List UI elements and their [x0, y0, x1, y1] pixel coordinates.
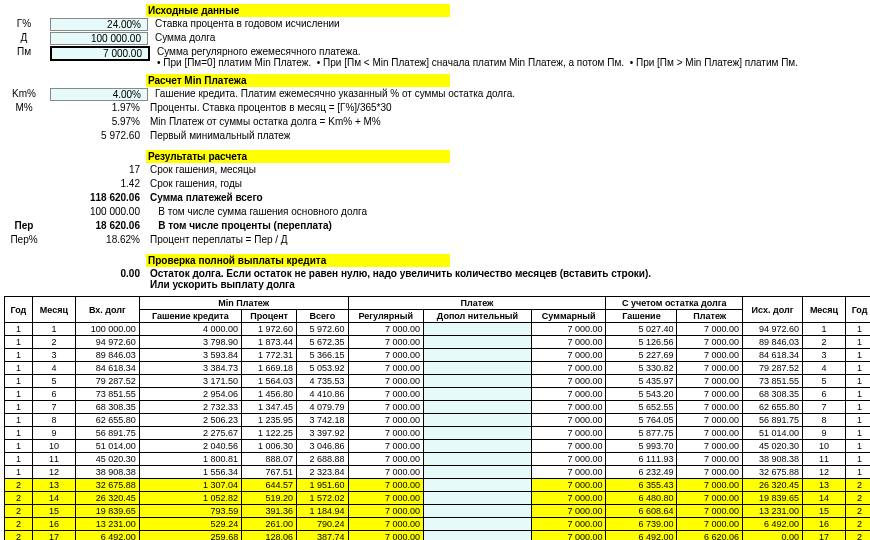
- cell: 7 000.00: [532, 336, 606, 349]
- cell: 1 184.94: [297, 505, 349, 518]
- cell: 1 669.18: [242, 362, 297, 375]
- param-row: Д100 000.00Сумма долга: [4, 32, 870, 46]
- param-value: 17: [50, 164, 146, 175]
- cell: 391.36: [242, 505, 297, 518]
- cell: 45 020.30: [75, 453, 139, 466]
- cell: 1: [846, 349, 870, 362]
- cell: 62 655.80: [743, 401, 803, 414]
- cell: 62 655.80: [75, 414, 139, 427]
- cell[interactable]: [423, 375, 531, 388]
- cell: 4 000.00: [139, 323, 241, 336]
- cell: 9: [32, 427, 75, 440]
- cell: 13: [802, 479, 845, 492]
- cell: 7 000.00: [348, 336, 423, 349]
- cell: 5 993.70: [606, 440, 677, 453]
- cell[interactable]: [423, 414, 531, 427]
- cell: 1: [846, 375, 870, 388]
- cell: 16: [32, 518, 75, 531]
- cell[interactable]: [423, 466, 531, 479]
- cell: 1: [5, 362, 33, 375]
- col-adj-pay: Платеж: [677, 310, 743, 323]
- cell: 2: [846, 479, 870, 492]
- param-value[interactable]: 24.00%: [50, 18, 148, 31]
- cell[interactable]: [423, 492, 531, 505]
- param-value[interactable]: 100 000.00: [50, 32, 148, 45]
- cell: 1: [5, 349, 33, 362]
- cell[interactable]: [423, 388, 531, 401]
- cell: 1: [846, 440, 870, 453]
- cell: 7 000.00: [677, 401, 743, 414]
- cell: 15: [32, 505, 75, 518]
- param-desc: Сумма долга: [151, 32, 870, 43]
- cell: 2 506.23: [139, 414, 241, 427]
- param-row: 0.00Остаток долга. Если остаток не равен…: [4, 268, 870, 290]
- cell: 1 951.60: [297, 479, 349, 492]
- cell: 1 800.81: [139, 453, 241, 466]
- cell: 7 000.00: [348, 414, 423, 427]
- col-group-pay: Платеж: [348, 297, 606, 310]
- cell[interactable]: [423, 453, 531, 466]
- cell: 1: [802, 323, 845, 336]
- param-value[interactable]: 4.00%: [50, 88, 148, 101]
- cell: 6 111.93: [606, 453, 677, 466]
- cell: 1: [846, 453, 870, 466]
- cell[interactable]: [423, 323, 531, 336]
- cell: 7 000.00: [348, 401, 423, 414]
- cell: 7 000.00: [677, 414, 743, 427]
- cell: 1: [5, 401, 33, 414]
- cell: 1: [5, 440, 33, 453]
- col-sum: Суммарный: [532, 310, 606, 323]
- cell: 7 000.00: [677, 427, 743, 440]
- param-desc: Первый минимальный платеж: [146, 130, 870, 141]
- table-row: 1294 972.603 798.901 873.445 672.357 000…: [5, 336, 871, 349]
- param-value[interactable]: 7 000.00: [50, 46, 150, 61]
- cell: 1 873.44: [242, 336, 297, 349]
- cell: 5 053.92: [297, 362, 349, 375]
- col-debt-in: Вх. долг: [75, 297, 139, 323]
- cell[interactable]: [423, 336, 531, 349]
- cell: 2: [5, 479, 33, 492]
- cell: 4 735.53: [297, 375, 349, 388]
- cell: 1: [5, 427, 33, 440]
- cell[interactable]: [423, 531, 531, 541]
- cell: 1: [846, 401, 870, 414]
- table-row: 21332 675.881 307.04644.571 951.607 000.…: [5, 479, 871, 492]
- table-row: 1484 618.343 384.731 669.185 053.927 000…: [5, 362, 871, 375]
- col-regular: Регулярный: [348, 310, 423, 323]
- table-row: 1673 851.552 954.061 456.804 410.867 000…: [5, 388, 871, 401]
- cell: 2: [802, 336, 845, 349]
- cell: 7 000.00: [532, 388, 606, 401]
- cell[interactable]: [423, 427, 531, 440]
- cell: 7 000.00: [677, 453, 743, 466]
- cell: 1 556.34: [139, 466, 241, 479]
- cell: 100 000.00: [75, 323, 139, 336]
- cell: 14: [802, 492, 845, 505]
- cell: 7: [802, 401, 845, 414]
- cell[interactable]: [423, 362, 531, 375]
- cell: 17: [32, 531, 75, 541]
- param-label: M%: [4, 102, 50, 113]
- cell: 7 000.00: [348, 349, 423, 362]
- cell: 8: [32, 414, 75, 427]
- parameters-block: Исходные данныеГ%24.00%Ставка процента в…: [4, 4, 870, 290]
- cell: 519.20: [242, 492, 297, 505]
- table-row: 2176 492.00259.68128.06387.747 000.007 0…: [5, 531, 871, 541]
- col-year2: Год: [846, 297, 870, 323]
- cell[interactable]: [423, 479, 531, 492]
- cell: 10: [32, 440, 75, 453]
- cell[interactable]: [423, 401, 531, 414]
- cell[interactable]: [423, 440, 531, 453]
- col-group-adj: С учетом остатка долга: [606, 297, 743, 310]
- cell: 7 000.00: [532, 531, 606, 541]
- cell: 2: [846, 518, 870, 531]
- cell: 644.57: [242, 479, 297, 492]
- cell[interactable]: [423, 518, 531, 531]
- cell[interactable]: [423, 349, 531, 362]
- cell: 1: [846, 336, 870, 349]
- cell: 6 492.00: [743, 518, 803, 531]
- cell[interactable]: [423, 505, 531, 518]
- table-row: 21613 231.00529.24261.00790.247 000.007 …: [5, 518, 871, 531]
- cell: 11: [32, 453, 75, 466]
- param-desc: Проценты. Ставка процентов в месяц = [Г%…: [146, 102, 870, 113]
- cell: 73 851.55: [743, 375, 803, 388]
